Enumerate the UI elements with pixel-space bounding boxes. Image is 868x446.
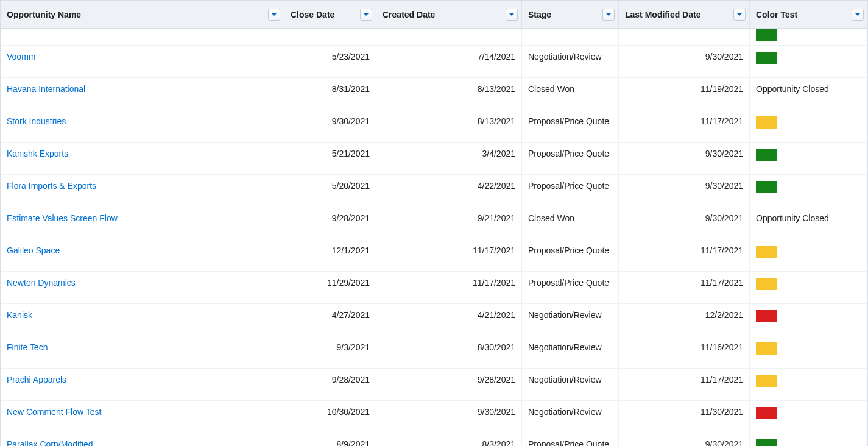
table-row: Kanisk4/27/20214/21/2021Negotiation/Revi…: [1, 304, 867, 336]
header-label: Opportunity Name: [7, 10, 81, 19]
cell-last-modified-date: 11/17/2021: [619, 239, 750, 272]
cell-created-date: 8/30/2021: [376, 336, 522, 369]
cell-stage: Negotiation/Review: [522, 304, 619, 336]
cell-last-modified-date: 9/30/2021: [619, 46, 750, 78]
table-row: Voomm5/23/20217/14/2021Negotiation/Revie…: [1, 46, 867, 78]
filter-button-color-test[interactable]: [852, 9, 864, 21]
cell-color-test: [750, 272, 867, 304]
cell-created-date: 4/22/2021: [376, 175, 522, 207]
cell-close-date: 5/21/2021: [284, 143, 376, 175]
cell-last-modified-date: 11/17/2021: [619, 110, 750, 143]
cell-close-date: 9/3/2021: [284, 336, 376, 369]
table-row: Galileo Space12/1/202111/17/2021Proposal…: [1, 239, 867, 272]
cell-stage: Closed Won: [522, 207, 619, 239]
header-last-modified-date[interactable]: Last Modified Date: [619, 1, 750, 29]
header-close-date[interactable]: Close Date: [284, 1, 376, 29]
cell-created-date: 8/3/2021: [376, 433, 522, 446]
cell-stage: Proposal/Price Quote: [522, 143, 619, 175]
cell-color-test: [750, 239, 867, 272]
filter-dropdown-icon: [855, 12, 861, 18]
header-opportunity-name[interactable]: Opportunity Name: [1, 1, 284, 29]
opportunity-link[interactable]: Kanishk Exports: [7, 149, 68, 158]
cell-stage: Proposal/Price Quote: [522, 110, 619, 143]
cell-created-date: 8/13/2021: [376, 78, 522, 110]
opportunity-link[interactable]: Voomm: [7, 52, 35, 62]
cell-created-date: 9/28/2021: [376, 369, 522, 401]
filter-button-created-date[interactable]: [506, 9, 518, 21]
cell-color-test: [750, 433, 867, 446]
cell-close-date: [284, 29, 376, 46]
cell-color-test: [750, 110, 867, 143]
cell-color-test: Opportunity Closed: [750, 78, 867, 110]
color-swatch-yellow: [756, 116, 777, 129]
table-row: Estimate Values Screen Flow9/28/20219/21…: [1, 207, 867, 239]
opportunity-link[interactable]: Estimate Values Screen Flow: [7, 213, 118, 223]
cell-last-modified-date: 11/30/2021: [619, 401, 750, 433]
cell-opportunity-name: Flora Imports & Exports: [1, 175, 284, 207]
opportunity-link[interactable]: Kanisk: [7, 310, 32, 320]
opportunity-link[interactable]: Galileo Space: [7, 246, 60, 255]
cell-color-test: [750, 29, 867, 46]
opportunity-link[interactable]: Prachi Apparels: [7, 375, 66, 384]
opportunity-link[interactable]: Havana International: [7, 84, 85, 94]
cell-color-test: [750, 143, 867, 175]
cell-last-modified-date: 11/16/2021: [619, 336, 750, 369]
color-swatch-red: [756, 407, 777, 419]
table-row: Prachi Apparels9/28/20219/28/2021Negotia…: [1, 369, 867, 401]
opportunity-link[interactable]: Newton Dynamics: [7, 278, 76, 288]
cell-color-test: [750, 304, 867, 336]
color-swatch-yellow: [756, 278, 777, 290]
cell-opportunity-name: Estimate Values Screen Flow: [1, 207, 284, 239]
header-stage[interactable]: Stage: [522, 1, 619, 29]
cell-created-date: 9/21/2021: [376, 207, 522, 239]
color-swatch-red: [756, 310, 777, 322]
header-label: Created Date: [383, 10, 435, 19]
cell-close-date: 12/1/2021: [284, 239, 376, 272]
cell-created-date: 8/13/2021: [376, 110, 522, 143]
header-color-test[interactable]: Color Test: [750, 1, 867, 29]
opportunity-link[interactable]: Parallax Corp/Modified: [7, 439, 93, 446]
table-header-row: Opportunity Name Close Date Created Date…: [1, 1, 867, 29]
opportunity-link[interactable]: Stork Industries: [7, 116, 66, 126]
filter-button-close-date[interactable]: [360, 9, 372, 21]
header-label: Color Test: [756, 10, 797, 19]
cell-last-modified-date: 9/30/2021: [619, 143, 750, 175]
cell-stage: Proposal/Price Quote: [522, 433, 619, 446]
cell-close-date: 8/9/2021: [284, 433, 376, 446]
filter-button-opportunity-name[interactable]: [268, 9, 280, 21]
color-swatch-yellow: [756, 375, 777, 387]
filter-dropdown-icon: [509, 12, 515, 18]
filter-button-last-modified-date[interactable]: [733, 9, 746, 21]
cell-close-date: 10/30/2021: [284, 401, 376, 433]
cell-close-date: 8/31/2021: [284, 78, 376, 110]
cell-close-date: 9/28/2021: [284, 207, 376, 239]
cell-color-test: [750, 336, 867, 369]
color-swatch-green: [756, 181, 777, 193]
opportunity-link[interactable]: Finite Tech: [7, 342, 48, 352]
cell-last-modified-date: 11/19/2021: [619, 78, 750, 110]
color-swatch-green: [756, 52, 777, 64]
cell-close-date: 4/27/2021: [284, 304, 376, 336]
cell-last-modified-date: 9/30/2021: [619, 207, 750, 239]
cell-created-date: 9/30/2021: [376, 401, 522, 433]
filter-dropdown-icon: [736, 12, 743, 18]
color-swatch-green: [756, 149, 777, 161]
table-row: Kanishk Exports5/21/20213/4/2021Proposal…: [1, 143, 867, 175]
filter-dropdown-icon: [271, 12, 277, 18]
filter-dropdown-icon: [363, 12, 369, 18]
cell-opportunity-name: Voomm: [1, 46, 284, 78]
header-created-date[interactable]: Created Date: [376, 1, 522, 29]
header-label: Stage: [528, 10, 551, 19]
table-row: Flora Imports & Exports5/20/20214/22/202…: [1, 175, 867, 207]
cell-close-date: 5/23/2021: [284, 46, 376, 78]
cell-opportunity-name: Stork Industries: [1, 110, 284, 143]
filter-button-stage[interactable]: [602, 9, 615, 21]
opportunity-link[interactable]: New Comment Flow Test: [7, 407, 101, 417]
cell-created-date: 3/4/2021: [376, 143, 522, 175]
cell-created-date: 7/14/2021: [376, 46, 522, 78]
cell-opportunity-name: Galileo Space: [1, 239, 284, 272]
cell-opportunity-name: Parallax Corp/Modified: [1, 433, 284, 446]
opportunity-link[interactable]: Flora Imports & Exports: [7, 181, 96, 191]
cell-stage: [522, 29, 619, 46]
table-row: Stork Industries9/30/20218/13/2021Propos…: [1, 110, 867, 143]
